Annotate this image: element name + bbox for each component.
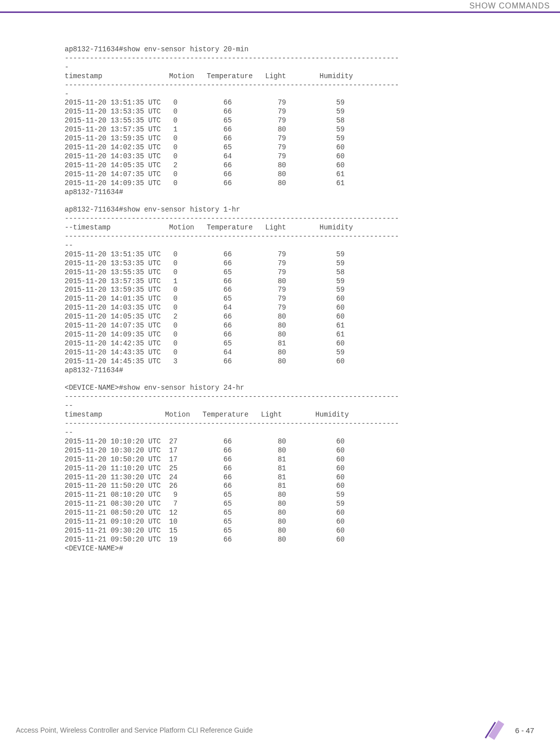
cli-content: ap8132-711634#show env-sensor history 20… (0, 13, 560, 563)
page-footer: Access Point, Wireless Controller and Se… (0, 720, 560, 740)
cli-output-block: ap8132-711634#show env-sensor history 20… (65, 45, 550, 553)
footer-guide-title: Access Point, Wireless Controller and Se… (16, 726, 253, 734)
page-header: SHOW COMMANDS (0, 0, 560, 13)
page-slash-icon (482, 720, 510, 740)
page-number-text: 6 - 47 (515, 726, 534, 735)
page-header-title: SHOW COMMANDS (469, 1, 550, 10)
page-number-badge: 6 - 47 (482, 720, 534, 740)
